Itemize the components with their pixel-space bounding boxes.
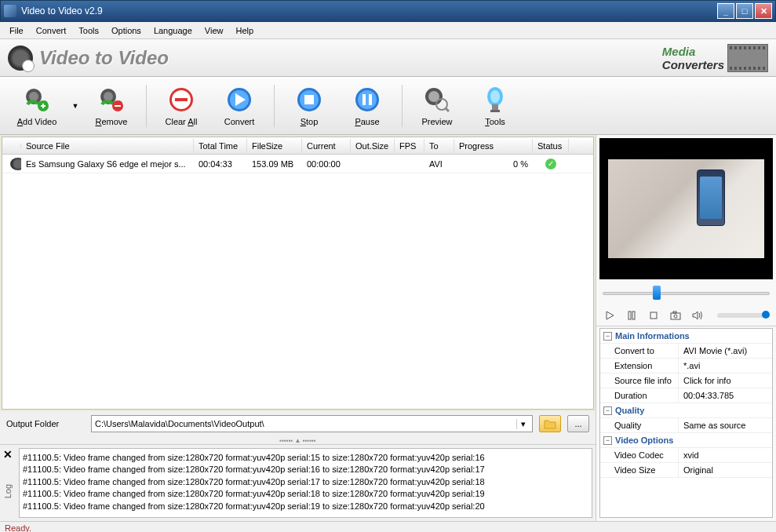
col-outsize[interactable]: Out.Size [351,139,395,153]
prop-row[interactable]: Video Codecxvid [600,447,772,462]
menu-language[interactable]: Language [148,24,199,37]
svg-point-1 [29,92,38,101]
col-fps[interactable]: FPS [395,139,424,153]
svg-rect-24 [490,110,500,112]
brand-logo: Media Converters [662,45,724,71]
banner: Video to Video Media Converters [0,39,776,77]
pause-icon [353,86,381,114]
tools-button[interactable]: Tools [467,81,523,131]
menu-help[interactable]: Help [229,24,260,37]
menu-convert[interactable]: Convert [30,24,73,37]
cell-outsize [351,162,395,166]
play-button[interactable] [603,308,617,322]
titlebar: Video to Video v2.9 _ □ ✕ [0,0,776,22]
table-row[interactable]: Es Samsung Galaxy S6 edge el mejor s... … [2,155,593,173]
menu-tools[interactable]: Tools [72,24,105,37]
col-status[interactable]: Status [533,139,569,153]
col-source[interactable]: Source File [21,139,194,153]
separator [402,85,403,127]
preview-icon [423,86,451,114]
main-area: Source File Total Time FileSize Current … [0,135,776,521]
volume-slider[interactable] [717,313,770,318]
output-folder-dropdown[interactable]: ▾ [516,419,529,429]
collapse-toggle[interactable]: − [603,332,612,341]
menubar: File Convert Tools Options Language View… [0,22,776,39]
svg-point-22 [490,90,500,103]
player-pause-button[interactable] [625,308,639,322]
app-icon [4,5,16,17]
menu-options[interactable]: Options [105,24,148,37]
add-video-dropdown[interactable]: ▼ [69,81,82,131]
cell-to: AVI [424,157,454,171]
menu-file[interactable]: File [3,24,30,37]
add-video-label: Add Video [17,117,57,126]
clear-all-button[interactable]: Clear All [153,81,209,131]
log-panel: ✕ Log #11100.5: Video frame changed from… [0,444,596,521]
snapshot-button[interactable] [669,308,683,322]
table-header: Source File Total Time FileSize Current … [2,137,593,155]
status-text: Ready. [5,523,31,532]
filmstrip-icon [727,44,768,72]
prop-row[interactable]: QualitySame as source [600,417,772,432]
section-main-info: Main Informations [615,331,690,341]
separator [146,85,147,127]
maximize-button[interactable]: □ [736,3,753,19]
stop-button[interactable]: Stop [281,81,337,131]
svg-rect-8 [175,98,188,101]
preview-viewport[interactable] [599,138,773,279]
stop-icon [295,86,323,114]
splitter[interactable]: ▪▪▪▪▪▪ ▲ ▪▪▪▪▪▪ [0,436,596,444]
remove-icon [97,86,126,114]
col-current[interactable]: Current [302,139,351,153]
prop-row[interactable]: Source file infoClick for info [600,373,772,388]
col-time[interactable]: Total Time [194,139,247,153]
seek-thumb[interactable] [653,286,661,300]
menu-view[interactable]: View [199,24,230,37]
volume-icon[interactable] [690,308,705,322]
svg-rect-17 [369,94,372,105]
preview-button[interactable]: Preview [409,81,465,131]
remove-button[interactable]: Remove [83,81,140,131]
app-title: Video to Video [39,47,169,69]
pause-button[interactable]: Pause [339,81,395,131]
section-quality: Quality [615,406,644,415]
app-logo-icon [8,46,33,71]
close-button[interactable]: ✕ [755,3,772,19]
statusbar: Ready. [0,521,776,532]
clear-all-label: Clear All [166,117,198,126]
output-folder-input[interactable]: C:\Users\Malavida\Documents\VideoOutput\… [91,415,533,432]
separator [274,85,275,127]
player-stop-button[interactable] [647,308,661,322]
svg-rect-27 [650,312,657,319]
col-size[interactable]: FileSize [247,139,302,153]
log-close-button[interactable]: ✕ [3,448,13,461]
svg-rect-16 [362,94,366,105]
prop-row[interactable]: Video SizeOriginal [600,462,772,477]
col-to[interactable]: To [424,139,454,153]
log-textarea[interactable]: #11100.5: Video frame changed from size:… [19,448,592,518]
tools-label: Tools [485,117,505,126]
browse-folder-button[interactable] [539,415,561,432]
cell-fps [395,162,424,166]
toolbar: Add Video ▼ Remove Clear All Convert Sto… [0,77,776,135]
convert-button[interactable]: Convert [211,81,268,131]
add-video-button[interactable]: Add Video [6,81,67,131]
seek-slider[interactable] [603,284,770,303]
folder-icon [544,418,556,429]
svg-rect-25 [628,312,631,319]
collapse-toggle[interactable]: − [603,436,612,445]
prop-row[interactable]: Extension*.avi [600,358,772,373]
file-type-icon [10,158,21,170]
cell-size: 153.09 MB [247,157,302,171]
prop-row[interactable]: Duration00:04:33.785 [600,388,772,403]
convert-label: Convert [224,117,255,126]
collapse-toggle[interactable]: − [603,406,612,415]
pause-label: Pause [355,117,379,126]
right-panel: −Main Informations Convert toAVI Movie (… [596,135,776,521]
more-button[interactable]: ... [567,415,589,432]
left-panel: Source File Total Time FileSize Current … [0,135,596,521]
col-progress[interactable]: Progress [454,139,533,153]
minimize-button[interactable]: _ [717,3,734,19]
prop-row[interactable]: Convert toAVI Movie (*.avi) [600,343,772,358]
log-tab-label[interactable]: Log [3,484,13,498]
